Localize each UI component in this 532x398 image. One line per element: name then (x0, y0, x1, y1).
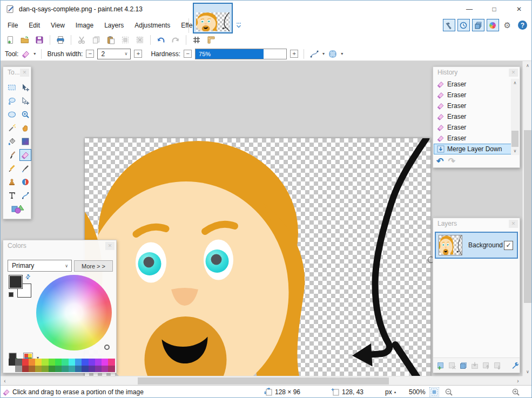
tool-shapes[interactable] (11, 203, 25, 215)
tool-eraser[interactable] (19, 149, 31, 161)
tool-zoom[interactable] (19, 109, 31, 120)
palette-swatch[interactable] (108, 359, 115, 366)
tool-lasso-select[interactable] (6, 95, 18, 107)
palette-swatch[interactable] (55, 366, 62, 373)
palette-swatch[interactable] (49, 359, 55, 366)
add-layer-button[interactable] (436, 361, 445, 370)
swap-colors-icon[interactable]: ⇄ (24, 273, 32, 281)
primary-color-swatch[interactable] (9, 275, 23, 289)
tool-text[interactable] (6, 190, 18, 201)
hardness-increase-button[interactable]: + (290, 50, 298, 58)
maximize-button[interactable]: □ (482, 1, 507, 18)
palette-swatch[interactable] (22, 366, 29, 373)
history-scrollbar[interactable]: ∧ ∨ (511, 79, 519, 155)
palette-swatch[interactable] (82, 366, 88, 373)
grid-toggle-button[interactable] (190, 34, 203, 46)
tool-gradient[interactable] (19, 136, 31, 147)
tool-line-curve[interactable] (19, 190, 31, 201)
open-file-button[interactable] (18, 34, 31, 46)
scroll-up-icon[interactable]: ∧ (511, 79, 519, 87)
close-button[interactable]: ✕ (507, 1, 531, 18)
palette-swatch[interactable] (29, 366, 35, 373)
brush-width-increase-button[interactable]: + (134, 50, 142, 58)
vertical-scrollbar-thumb[interactable] (524, 130, 531, 303)
toggle-history-button[interactable] (457, 19, 470, 31)
tool-dropdown-arrow[interactable]: ▾ (33, 51, 36, 56)
tool-recolor[interactable] (19, 176, 31, 188)
selection-quality-dropdown-arrow[interactable]: ▾ (341, 51, 343, 56)
tool-pencil[interactable] (6, 163, 18, 174)
tool-clone-stamp[interactable] (6, 176, 18, 188)
canvas[interactable] (85, 138, 430, 397)
undo-button[interactable] (154, 34, 167, 46)
palette-swatch[interactable] (75, 366, 82, 373)
tool-move-selection[interactable] (19, 95, 31, 107)
crop-button[interactable] (119, 34, 132, 46)
menu-view[interactable]: View (45, 18, 70, 32)
layer-row-background[interactable]: Background ✓ (435, 232, 518, 259)
zoom-in-icon[interactable] (511, 388, 520, 396)
move-layer-down-button[interactable] (493, 361, 502, 370)
color-mode-select[interactable]: Primary∨ (8, 260, 72, 272)
menu-adjustments[interactable]: Adjustments (129, 18, 176, 32)
scroll-left-icon[interactable]: ‹ (1, 376, 9, 386)
brush-width-combobox[interactable]: 2∨ (97, 49, 131, 59)
menu-edit[interactable]: Edit (23, 18, 45, 32)
merge-layer-down-button[interactable] (470, 361, 479, 370)
palette-swatch[interactable] (15, 366, 22, 373)
history-item[interactable]: Eraser (434, 122, 511, 133)
brush-width-decrease-button[interactable]: − (86, 50, 94, 58)
antialiasing-icon[interactable] (309, 49, 319, 59)
palette-swatch[interactable] (42, 359, 48, 366)
palette-swatch[interactable] (49, 366, 55, 373)
palette-swatch[interactable] (29, 359, 35, 366)
vertical-scrollbar[interactable]: ∧ ∨ (522, 61, 532, 376)
mini-color-swatch[interactable] (9, 292, 14, 297)
more-button[interactable]: More > > (74, 260, 113, 272)
toggle-colors-button[interactable] (487, 19, 499, 31)
status-unit[interactable]: px (385, 388, 392, 396)
palette-swatch[interactable] (69, 366, 75, 373)
history-undo-icon[interactable]: ↶ (436, 156, 443, 166)
zoom-to-window-button[interactable] (429, 387, 439, 397)
ruler-toggle-button[interactable] (205, 34, 218, 46)
scroll-right-icon[interactable]: › (514, 376, 522, 386)
new-file-button[interactable] (4, 34, 17, 46)
palette-swatch[interactable] (75, 359, 82, 366)
horizontal-scrollbar-thumb[interactable] (138, 377, 389, 384)
palette-swatch[interactable] (95, 359, 102, 366)
unit-dropdown-arrow[interactable]: ▴ (394, 390, 396, 394)
palette-swatch[interactable] (89, 366, 95, 373)
save-button[interactable] (33, 34, 46, 46)
tool-paint-bucket[interactable] (6, 136, 18, 147)
palette-swatch[interactable] (82, 359, 88, 366)
close-icon[interactable]: ✕ (105, 242, 115, 250)
minimize-button[interactable]: — (457, 1, 482, 18)
toggle-layers-button[interactable] (472, 19, 484, 31)
palette-swatch[interactable] (62, 366, 68, 373)
history-item-selected[interactable]: Merge Layer Down (434, 144, 511, 154)
zoom-out-icon[interactable] (445, 388, 453, 396)
scroll-up-icon[interactable]: ∧ (523, 61, 532, 70)
paste-button[interactable] (104, 34, 117, 46)
palette-swatch[interactable] (42, 366, 48, 373)
tool-magic-wand[interactable] (6, 122, 18, 134)
duplicate-layer-button[interactable] (459, 361, 468, 370)
help-button[interactable]: ? (518, 21, 527, 30)
menu-image[interactable]: Image (70, 18, 99, 32)
antialiasing-dropdown-arrow[interactable]: ▾ (322, 51, 325, 56)
tool-ellipse-select[interactable] (6, 109, 18, 120)
history-item[interactable]: Eraser (434, 79, 511, 90)
tool-paintbrush[interactable] (6, 149, 18, 161)
hardness-decrease-button[interactable]: − (184, 50, 192, 58)
palette-swatch[interactable] (15, 359, 22, 366)
palette-swatch[interactable] (55, 359, 62, 366)
close-icon[interactable]: ✕ (509, 220, 518, 228)
color-wheel[interactable] (36, 275, 112, 350)
history-redo-icon[interactable]: ↷ (448, 156, 455, 166)
close-icon[interactable]: ✕ (509, 69, 518, 77)
palette-swatch[interactable] (95, 366, 102, 373)
palette-swatch[interactable] (35, 366, 42, 373)
close-icon[interactable]: ✕ (20, 69, 29, 77)
palette-swatch[interactable] (9, 359, 15, 366)
